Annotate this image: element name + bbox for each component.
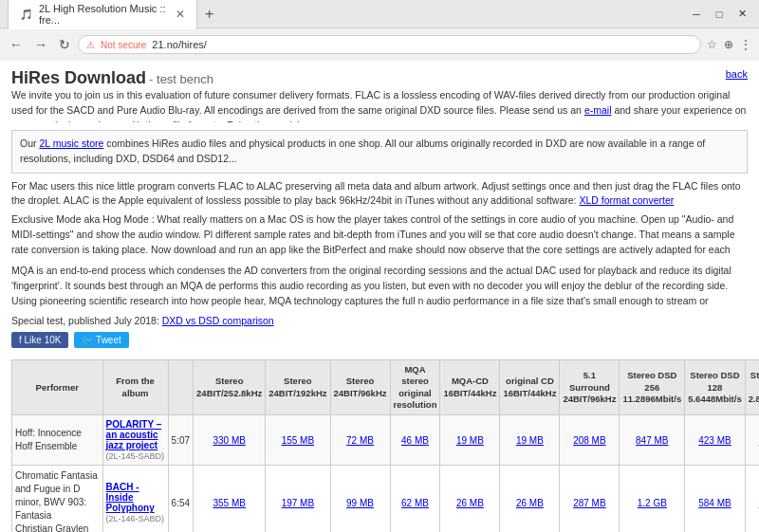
filesize-orig_cd[interactable]: 19 MB [500, 415, 560, 466]
reload-button[interactable]: ↻ [55, 35, 74, 54]
mqa-link[interactable]: www.mqa.co.uk [414, 309, 484, 311]
col-header-album: From the album [102, 360, 168, 415]
back-button[interactable]: ← [6, 35, 27, 54]
maximize-button[interactable]: □ [710, 5, 729, 24]
filesize-stereo_192[interactable]: 155 MB [266, 415, 330, 466]
col-header-dsd128: Stereo DSD 128 5.6448Mbit/s [685, 360, 746, 415]
download-link[interactable]: 208 MB [573, 435, 605, 446]
table-row: Hoff: InnocenceHoff EnsemblePOLARITY –an… [12, 415, 760, 466]
filesize-stereo_2528[interactable]: 355 MB [194, 466, 266, 532]
filesize-stereo_96[interactable]: 72 MB [330, 415, 390, 466]
fb-icon: f [19, 335, 22, 345]
col-header-mqa-cd: MQA-CD 16BIT/44kHz [440, 360, 500, 415]
browser-window: 🎵 2L High Resolution Music :: fre... ✕ +… [0, 0, 759, 61]
album-link[interactable]: POLARITY –an acoustic jazz project [106, 419, 162, 450]
download-link[interactable]: 26 MB [516, 498, 544, 508]
download-link[interactable]: 46 MB [401, 435, 429, 446]
exclusive-section-text: Exclusive Mode aka Hog Mode : What reall… [11, 212, 748, 260]
special-test-text: Special test, published July 2018: DXD v… [11, 315, 748, 326]
window-controls: ─ □ ✕ [687, 5, 751, 24]
music-store-link[interactable]: 2L music store [39, 138, 103, 149]
browser-tab[interactable]: 🎵 2L High Resolution Music :: fre... ✕ [8, 0, 197, 29]
col-header-surround: 5.1 Surround 24BIT/96kHz [560, 360, 620, 415]
address-bar-row: ← → ↻ ⚠ Not secure 21.no/hires/ ☆ ⊕ ⋮ [0, 28, 759, 61]
mac-section-text: For Mac users this nice little program c… [11, 179, 748, 210]
filesize-stereo_96[interactable]: 99 MB [330, 466, 390, 532]
title-bar: 🎵 2L High Resolution Music :: fre... ✕ +… [0, 0, 759, 28]
download-link[interactable]: 847 MB [636, 435, 668, 446]
filesize-surround_51[interactable]: 287 MB [560, 466, 620, 532]
col-header-performer: Performer [12, 360, 103, 415]
dxd-dsd-link[interactable]: DXD vs DSD comparison [162, 315, 274, 326]
download-link[interactable]: 99 MB [346, 498, 374, 508]
download-link[interactable]: 197 MB [282, 498, 314, 508]
filesize-dsd256[interactable]: 1.2 GB [620, 466, 685, 532]
download-link[interactable]: 26 MB [456, 498, 484, 508]
fb-label: Like 10K [25, 335, 62, 345]
filesize-mqa[interactable]: 62 MB [390, 466, 440, 532]
email-link[interactable]: e-mail [584, 104, 612, 116]
downloads-table: Performer From the album Stereo 24BIT/25… [11, 359, 759, 532]
supplementary-link[interactable]: Supplementary listeners' notes [60, 309, 195, 311]
tw-icon: 🐦 [82, 335, 93, 345]
download-link[interactable]: 330 MB [213, 435, 245, 446]
filesize-dsd64[interactable]: 292 MB [745, 466, 759, 532]
download-link[interactable]: 155 MB [282, 435, 314, 446]
menu-icon[interactable]: ⋮ [738, 36, 753, 53]
extensions-icon[interactable]: ⊕ [722, 36, 735, 53]
bookmark-icon[interactable]: ☆ [705, 36, 719, 53]
filesize-orig_cd[interactable]: 26 MB [500, 466, 560, 532]
download-link[interactable]: 423 MB [698, 435, 731, 446]
filesize-stereo_2528[interactable]: 330 MB [194, 415, 266, 466]
download-link[interactable]: 355 MB [213, 498, 245, 508]
col-header-mqa: MQA stereo original resolution [390, 360, 440, 415]
filesize-dsd128[interactable]: 423 MB [685, 415, 746, 466]
col-header-orig-cd: original CD 16BIT/44kHz [500, 360, 560, 415]
col-header-dsd256: Stereo DSD 256 11.2896Mbit/s [620, 360, 685, 415]
intro-text: We invite you to join us in this evaluat… [11, 88, 748, 122]
col-header-duration [168, 360, 193, 415]
address-bar[interactable]: ⚠ Not secure 21.no/hires/ [78, 35, 701, 54]
download-link[interactable]: 287 MB [573, 498, 605, 508]
facebook-like-button[interactable]: f Like 10K [11, 332, 68, 348]
filesize-stereo_192[interactable]: 197 MB [266, 466, 330, 532]
page-title: HiRes Download [11, 68, 146, 87]
forward-button[interactable]: → [30, 35, 51, 54]
col-header-stereo-2528: Stereo 24BIT/252.8kHz [194, 360, 266, 415]
filesize-surround_51[interactable]: 208 MB [560, 415, 620, 466]
filesize-mqa_cd[interactable]: 19 MB [440, 415, 500, 466]
duration-cell: 6:54 [168, 466, 193, 532]
page-content: HiRes Download - test bench back We invi… [0, 61, 759, 532]
twitter-tweet-button[interactable]: 🐦 Tweet [74, 332, 128, 348]
filesize-dsd256[interactable]: 847 MB [620, 415, 685, 466]
download-link[interactable]: 584 MB [698, 498, 731, 508]
minimize-button[interactable]: ─ [687, 5, 706, 24]
tab-title: 2L High Resolution Music :: fre... [39, 3, 170, 26]
filesize-dsd128[interactable]: 584 MB [685, 466, 746, 532]
close-button[interactable]: ✕ [732, 5, 751, 24]
tab-favicon: 🎵 [20, 9, 33, 21]
mqa-section-text: MQA is an end-to-end process which conde… [11, 264, 748, 311]
tab-close-button[interactable]: ✕ [176, 8, 185, 21]
download-link[interactable]: 72 MB [346, 435, 374, 446]
filesize-mqa[interactable]: 46 MB [390, 415, 440, 466]
download-link[interactable]: 19 MB [516, 435, 544, 446]
xld-link[interactable]: XLD format converter [579, 194, 674, 206]
col-header-dsd64: Stereo DSD 64 2.8224Mbit/s [745, 360, 759, 415]
address-text: 21.no/hires/ [152, 39, 206, 50]
new-tab-button[interactable]: + [197, 2, 221, 27]
filesize-mqa_cd[interactable]: 26 MB [440, 466, 500, 532]
filesize-dsd64[interactable]: 211 MB [745, 415, 759, 466]
download-link[interactable]: 62 MB [401, 498, 429, 508]
tw-label: Tweet [96, 335, 121, 345]
album-link[interactable]: BACH - Inside Polyphony [106, 482, 155, 513]
col-header-stereo-192: Stereo 24BIT/192kHz [266, 360, 330, 415]
col-header-stereo-96: Stereo 24BIT/96kHz [330, 360, 390, 415]
download-link[interactable]: 19 MB [456, 435, 484, 446]
back-link[interactable]: back [726, 68, 748, 80]
security-label: Not secure [101, 40, 146, 50]
download-link[interactable]: 1.2 GB [638, 498, 667, 508]
toolbar-icons: ☆ ⊕ ⋮ [705, 36, 753, 53]
performer-cell: Hoff: InnocenceHoff Ensemble [12, 415, 103, 466]
performer-cell: Chromatic Fantasia and Fugue in D minor,… [12, 466, 103, 532]
